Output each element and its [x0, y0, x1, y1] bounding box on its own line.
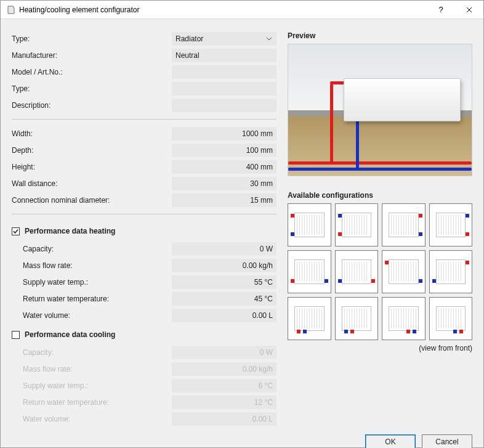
- label-depth: Depth:: [12, 146, 172, 155]
- config-option-11[interactable]: [382, 297, 426, 340]
- row-heat-volume: Water volume: 0.00 L: [12, 307, 276, 324]
- width-field[interactable]: 1000 mm: [172, 127, 276, 141]
- heating-section-header: Performance data heating: [12, 224, 276, 238]
- heat-mass-flow-field[interactable]: 0.00 kg/h: [172, 259, 276, 272]
- label-type: Type:: [12, 35, 172, 43]
- dialog-window: Heating/cooling element configurator ? T…: [0, 0, 484, 448]
- connection-diameter-field[interactable]: 15 mm: [172, 193, 276, 207]
- heat-volume-field[interactable]: 0.00 L: [172, 309, 276, 322]
- row-connection-diameter: Connection nominal diameter: 15 mm: [12, 192, 276, 208]
- cool-volume-field: 0.00 L: [172, 412, 276, 426]
- row-heat-supply: Supply water temp.: 55 °C: [12, 274, 276, 290]
- cool-supply-field: 6 °C: [172, 379, 276, 393]
- heat-return-field[interactable]: 45 °C: [172, 292, 276, 306]
- label-cool-volume: Water volume:: [12, 415, 172, 423]
- cooling-title: Performance data cooling: [25, 330, 115, 339]
- heating-title: Performance data heating: [25, 227, 115, 235]
- row-cool-mass-flow: Mass flow rate: 0.00 kg/h: [12, 360, 276, 377]
- row-width: Width: 1000 mm: [12, 125, 276, 142]
- row-heat-capacity: Capacity: 0 W: [12, 240, 276, 257]
- divider: [12, 119, 276, 120]
- row-description: Description:: [12, 97, 276, 113]
- ok-button[interactable]: OK: [365, 434, 416, 448]
- row-cool-return: Return water temperature: 12 °C: [12, 394, 276, 410]
- label-model: Model / Art.No.:: [12, 68, 172, 76]
- cool-mass-flow-field: 0.00 kg/h: [172, 362, 276, 376]
- row-cool-supply: Supply water temp.: 6 °C: [12, 377, 276, 394]
- config-option-2[interactable]: [335, 203, 379, 246]
- row-model: Model / Art.No.:: [12, 63, 276, 80]
- row-wall-distance: Wall distance: 30 mm: [12, 175, 276, 192]
- row-type: Type: Radiator: [12, 30, 276, 47]
- row-type2: Type:: [12, 80, 276, 97]
- right-column: Preview Available configurations: [288, 30, 472, 427]
- config-option-8[interactable]: [429, 250, 473, 293]
- config-grid: [288, 203, 472, 340]
- row-cool-volume: Water volume: 0.00 L: [12, 410, 276, 427]
- row-heat-mass-flow: Mass flow rate: 0.00 kg/h: [12, 257, 276, 274]
- label-description: Description:: [12, 101, 172, 110]
- type-dropdown[interactable]: Radiator: [172, 32, 276, 46]
- label-manufacturer: Manufacturer:: [12, 51, 172, 60]
- type2-field[interactable]: [172, 82, 276, 96]
- view-from-front-note: (view from front): [288, 344, 472, 352]
- config-option-5[interactable]: [288, 250, 331, 293]
- label-heat-return: Return water temperature:: [12, 295, 172, 303]
- row-cool-capacity: Capacity: 0 W: [12, 344, 276, 360]
- divider: [12, 214, 276, 214]
- left-column: Type: Radiator Manufacturer: Neutral Mod…: [12, 30, 276, 427]
- window-title: Heating/cooling element configurator: [19, 6, 427, 14]
- label-cool-capacity: Capacity:: [12, 348, 172, 357]
- chevron-down-icon: [264, 34, 274, 44]
- wall-distance-field[interactable]: 30 mm: [172, 177, 276, 190]
- row-heat-return: Return water temperature: 45 °C: [12, 290, 276, 307]
- heating-checkbox[interactable]: [12, 227, 20, 235]
- config-option-10[interactable]: [335, 297, 379, 340]
- row-depth: Depth: 100 mm: [12, 142, 276, 158]
- label-heat-mass-flow: Mass flow rate:: [12, 261, 172, 270]
- config-option-4[interactable]: [429, 203, 473, 246]
- config-option-7[interactable]: [382, 250, 426, 293]
- help-button[interactable]: ?: [427, 1, 455, 19]
- heat-capacity-field[interactable]: 0 W: [172, 242, 276, 256]
- close-button[interactable]: [455, 1, 483, 19]
- cancel-button[interactable]: Cancel: [422, 434, 472, 448]
- height-field[interactable]: 400 mm: [172, 160, 276, 174]
- preview-title: Preview: [288, 31, 472, 40]
- label-type2: Type:: [12, 84, 172, 93]
- config-option-6[interactable]: [335, 250, 379, 293]
- label-heat-supply: Supply water temp.:: [12, 278, 172, 287]
- description-field[interactable]: [172, 99, 276, 112]
- app-icon: [6, 5, 15, 15]
- label-connection-diameter: Connection nominal diameter:: [12, 196, 172, 205]
- model-field[interactable]: [172, 65, 276, 79]
- label-width: Width:: [12, 129, 172, 138]
- row-height: Height: 400 mm: [12, 158, 276, 175]
- depth-field[interactable]: 100 mm: [172, 144, 276, 157]
- label-heat-volume: Water volume:: [12, 311, 172, 320]
- preview-image: [288, 44, 472, 176]
- dialog-footer: OK Cancel: [1, 427, 483, 448]
- title-bar: Heating/cooling element configurator ?: [1, 1, 483, 19]
- config-option-9[interactable]: [288, 297, 331, 340]
- row-manufacturer: Manufacturer: Neutral: [12, 47, 276, 63]
- config-option-1[interactable]: [288, 203, 331, 246]
- available-title: Available configurations: [288, 191, 472, 200]
- label-cool-mass-flow: Mass flow rate:: [12, 365, 172, 373]
- content-area: Type: Radiator Manufacturer: Neutral Mod…: [1, 19, 483, 427]
- label-cool-return: Return water temperature:: [12, 398, 172, 407]
- heat-supply-field[interactable]: 55 °C: [172, 275, 276, 289]
- cool-capacity-field: 0 W: [172, 346, 276, 359]
- config-option-3[interactable]: [382, 203, 426, 246]
- cooling-checkbox[interactable]: [12, 331, 20, 339]
- manufacturer-field[interactable]: Neutral: [172, 49, 276, 62]
- label-wall-distance: Wall distance:: [12, 179, 172, 188]
- cool-return-field: 12 °C: [172, 396, 276, 409]
- label-heat-capacity: Capacity:: [12, 245, 172, 253]
- label-height: Height:: [12, 163, 172, 171]
- label-cool-supply: Supply water temp.:: [12, 381, 172, 390]
- cooling-section-header: Performance data cooling: [12, 327, 276, 342]
- config-option-12[interactable]: [429, 297, 473, 340]
- type-dropdown-value: Radiator: [175, 35, 264, 43]
